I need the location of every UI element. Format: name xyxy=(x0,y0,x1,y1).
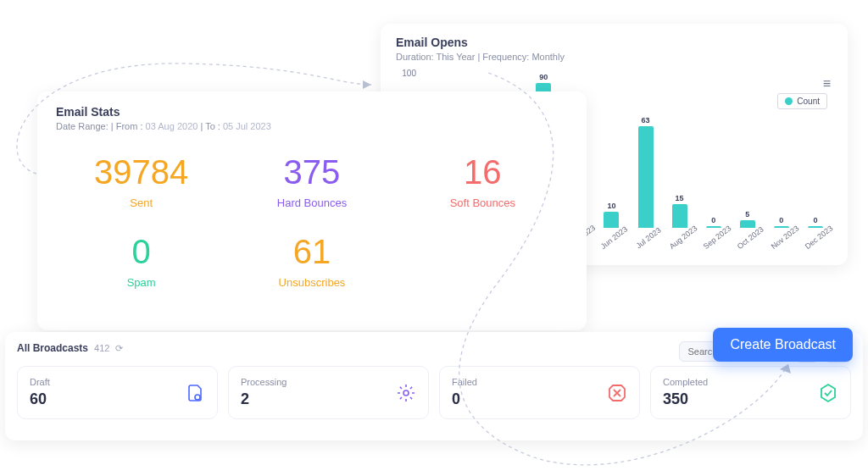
range-to: 05 Jul 2023 xyxy=(223,121,271,131)
refresh-icon[interactable]: ⟳ xyxy=(115,343,123,354)
stat-number: 375 xyxy=(226,153,397,191)
stat-unsubscribes: 61Unsubscribes xyxy=(226,233,397,289)
bar-rect xyxy=(740,220,755,229)
stat-label: Soft Bounces xyxy=(398,196,568,209)
broadcasts-count: 412 xyxy=(94,343,109,353)
bar-value-label: 0 xyxy=(779,216,783,224)
bar-value-label: 0 xyxy=(813,216,817,224)
status-tile-draft[interactable]: Draft60 xyxy=(17,366,218,419)
range-prefix: Date Range: | From : xyxy=(56,121,146,131)
failed-icon xyxy=(607,383,627,403)
x-tick-label: Sep 2023 xyxy=(701,225,737,259)
status-tile-failed[interactable]: Failed0 xyxy=(439,366,640,419)
x-tick-label: Oct 2023 xyxy=(736,225,771,259)
stat-soft-bounces: 16Soft Bounces xyxy=(398,153,568,209)
svg-marker-9 xyxy=(821,385,835,401)
bar-value-label: 0 xyxy=(711,216,715,224)
bar-rect xyxy=(672,204,687,229)
stat-label: Unsubscribes xyxy=(226,276,397,289)
status-tile-completed[interactable]: Completed350 xyxy=(650,366,851,419)
stats-title: Email Stats xyxy=(56,105,568,119)
tile-number: 0 xyxy=(452,390,477,408)
opens-title: Email Opens xyxy=(396,36,832,49)
tile-number: 60 xyxy=(30,390,50,408)
stat-label: Spam xyxy=(56,276,226,289)
stat-number: 0 xyxy=(56,233,226,271)
stats-grid: 39784Sent375Hard Bounces16Soft Bounces0S… xyxy=(56,153,568,289)
x-tick-label: Jul 2023 xyxy=(633,225,669,259)
stat-number: 39784 xyxy=(56,153,226,191)
tile-label: Completed xyxy=(663,377,708,387)
status-row: Draft60Processing2Failed0Completed350 xyxy=(17,366,851,419)
email-stats-card: Email Stats Date Range: | From : 03 Aug … xyxy=(37,91,587,330)
x-tick-label: Nov 2023 xyxy=(770,225,805,259)
stat-sent: 39784Sent xyxy=(56,153,226,209)
tile-label: Processing xyxy=(241,377,287,387)
broadcasts-title: All Broadcasts xyxy=(17,342,88,354)
tile-label: Failed xyxy=(452,377,477,387)
processing-icon xyxy=(396,383,416,403)
x-tick-label: Jun 2023 xyxy=(599,225,635,259)
create-broadcast-button[interactable]: Create Broadcast xyxy=(713,328,853,362)
stats-date-range: Date Range: | From : 03 Aug 2020 | To : … xyxy=(56,121,568,131)
bar-value-label: 15 xyxy=(676,194,684,202)
bar-value-label: 10 xyxy=(607,202,615,210)
y-tick: 100 xyxy=(402,69,416,78)
range-from: 03 Aug 2020 xyxy=(146,121,198,131)
svg-point-4 xyxy=(195,395,200,400)
svg-marker-0 xyxy=(363,80,371,89)
stat-label: Sent xyxy=(56,196,226,209)
stat-spam: 0Spam xyxy=(56,233,226,289)
bar-rect xyxy=(604,212,619,228)
stat-label: Hard Bounces xyxy=(226,196,397,209)
tile-number: 350 xyxy=(663,390,708,408)
stat-number: 16 xyxy=(398,153,568,191)
bar-value-label: 63 xyxy=(641,116,649,125)
bar-rect xyxy=(638,126,654,228)
bar-column: 10 xyxy=(596,202,626,228)
status-tile-processing[interactable]: Processing2 xyxy=(228,366,429,419)
tile-number: 2 xyxy=(241,390,287,408)
range-to-prefix: | To : xyxy=(198,121,223,131)
x-tick-label: Aug 2023 xyxy=(667,225,703,259)
svg-point-5 xyxy=(403,390,409,396)
bar-value-label: 5 xyxy=(745,210,749,219)
stat-number: 61 xyxy=(226,233,397,271)
bar-value-label: 90 xyxy=(539,73,548,81)
draft-icon xyxy=(185,383,205,403)
stat-hard-bounces: 375Hard Bounces xyxy=(226,153,397,209)
completed-icon xyxy=(818,383,838,403)
opens-subtitle: Duration: This Year | Frequency: Monthly xyxy=(396,52,832,62)
bar-column: 15 xyxy=(665,194,695,229)
x-tick-label: Dec 2023 xyxy=(804,225,839,259)
tile-label: Draft xyxy=(30,377,50,387)
bar-column: 63 xyxy=(631,116,661,228)
